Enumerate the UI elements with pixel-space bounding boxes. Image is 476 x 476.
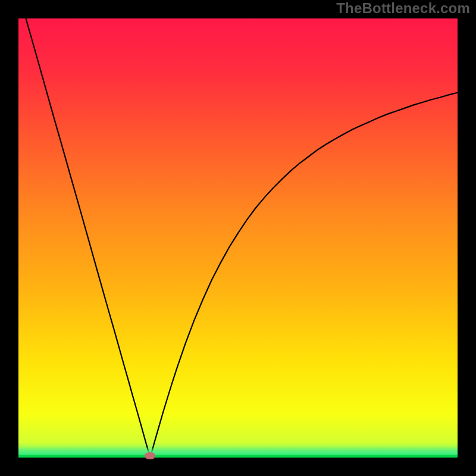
chart-svg xyxy=(18,18,458,458)
plot-area xyxy=(18,18,458,458)
chart-background xyxy=(18,18,458,458)
watermark-text: TheBottleneck.com xyxy=(336,0,470,17)
chart-frame: TheBottleneck.com xyxy=(0,0,476,476)
